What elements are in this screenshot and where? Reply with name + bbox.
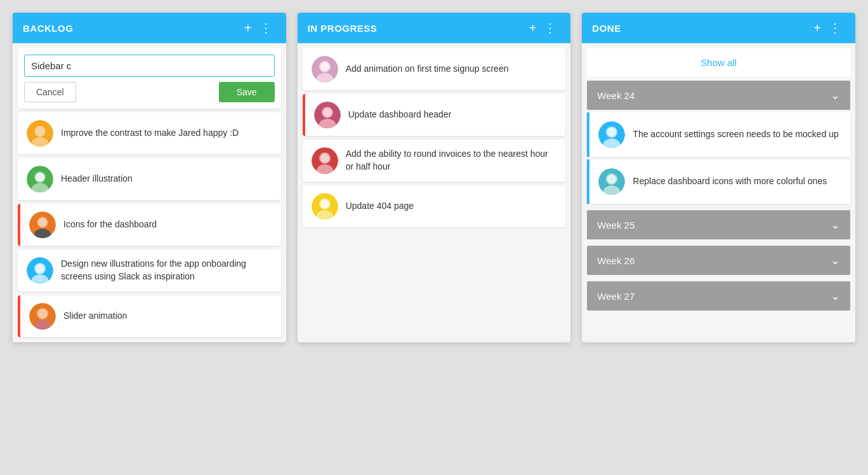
done-menu-button[interactable]: ⋮ [825, 20, 845, 36]
inprogress-add-button[interactable]: + [525, 20, 541, 36]
avatar [598, 168, 625, 195]
inprogress-column: IN PROGRESS + ⋮ Add animation on first t… [298, 13, 571, 342]
week-26-section: Week 26 ⌄ [587, 246, 850, 275]
done-title: DONE [592, 23, 810, 34]
card-text: Improve the contrast to make Jared happy… [61, 127, 239, 140]
backlog-card-2[interactable]: Header illustration [18, 158, 281, 200]
avatar [29, 211, 56, 238]
card-text: Icons for the dashboard [63, 218, 157, 231]
inprogress-card-3[interactable]: Add the ability to round invoices to the… [303, 140, 566, 182]
card-text: Design new illustrations for the app onb… [61, 258, 272, 283]
save-button[interactable]: Save [219, 82, 275, 102]
week-26-header[interactable]: Week 26 ⌄ [587, 246, 850, 275]
done-card-2[interactable]: Replace dashboard icons with more colorf… [587, 159, 850, 204]
inprogress-card-4[interactable]: Update 404 page [303, 185, 566, 227]
svg-point-43 [607, 175, 616, 184]
backlog-card-1[interactable]: Improve the contrast to make Jared happy… [18, 112, 281, 154]
avatar [29, 303, 56, 330]
done-header: DONE + ⋮ [582, 13, 855, 43]
backlog-card-4[interactable]: Design new illustrations for the app onb… [18, 250, 281, 291]
backlog-header: BACKLOG + ⋮ [13, 13, 286, 43]
avatar [27, 257, 53, 284]
card-text: Update dashboard header [348, 109, 452, 121]
svg-point-39 [607, 128, 616, 137]
backlog-title: BACKLOG [23, 23, 240, 34]
backlog-body: Cancel Save Improve the contrast to make… [13, 43, 286, 342]
new-card-input[interactable] [24, 55, 275, 77]
cancel-button[interactable]: Cancel [24, 82, 76, 102]
avatar [27, 166, 53, 192]
done-card-1[interactable]: The account settings screen needs to be … [587, 112, 850, 157]
card-text: Update 404 page [346, 200, 414, 213]
kanban-board: BACKLOG + ⋮ Cancel Save [13, 13, 855, 342]
week-25-label: Week 25 [597, 220, 635, 231]
done-add-button[interactable]: + [810, 20, 825, 36]
backlog-menu-button[interactable]: ⋮ [256, 20, 276, 36]
week-27-header[interactable]: Week 27 ⌄ [587, 281, 850, 311]
svg-point-31 [320, 154, 329, 163]
input-actions: Cancel Save [24, 82, 275, 102]
backlog-add-button[interactable]: + [240, 20, 256, 36]
show-all-button[interactable]: Show all [587, 48, 850, 77]
chevron-down-icon: ⌄ [831, 88, 840, 102]
svg-point-35 [320, 199, 329, 208]
avatar [314, 102, 341, 128]
avatar [312, 147, 338, 174]
week-24-section: Week 24 ⌄ The account set [587, 81, 850, 204]
backlog-column: BACKLOG + ⋮ Cancel Save [13, 13, 286, 342]
week-24-label: Week 24 [597, 90, 635, 101]
inprogress-title: IN PROGRESS [308, 23, 525, 34]
card-text: The account settings screen needs to be … [633, 128, 839, 141]
svg-point-3 [36, 127, 44, 136]
svg-point-19 [38, 309, 47, 318]
backlog-card-5[interactable]: Slider animation [18, 295, 281, 337]
done-column: DONE + ⋮ Show all Week 24 ⌄ [582, 13, 855, 342]
inprogress-card-2[interactable]: Update dashboard header [303, 94, 566, 136]
svg-point-11 [38, 218, 47, 227]
svg-point-27 [323, 108, 332, 117]
avatar [598, 121, 625, 148]
week-24-cards: The account settings screen needs to be … [587, 112, 850, 204]
week-25-section: Week 25 ⌄ [587, 210, 850, 239]
avatar [312, 56, 338, 83]
card-text: Add animation on first time signup scree… [346, 63, 509, 76]
chevron-down-icon: ⌄ [831, 289, 840, 303]
svg-point-23 [320, 62, 329, 71]
week-25-header[interactable]: Week 25 ⌄ [587, 210, 850, 239]
svg-point-7 [36, 173, 44, 182]
inprogress-menu-button[interactable]: ⋮ [540, 20, 560, 36]
svg-point-15 [36, 264, 44, 273]
chevron-down-icon: ⌄ [831, 253, 840, 267]
card-text: Replace dashboard icons with more colorf… [633, 175, 827, 188]
inprogress-card-1[interactable]: Add animation on first time signup scree… [303, 48, 566, 90]
inprogress-body: Add animation on first time signup scree… [298, 43, 571, 342]
week-24-header[interactable]: Week 24 ⌄ [587, 81, 850, 110]
card-text: Header illustration [61, 173, 133, 185]
done-body: Show all Week 24 ⌄ [582, 43, 855, 342]
week-27-section: Week 27 ⌄ [587, 281, 850, 311]
inprogress-header: IN PROGRESS + ⋮ [298, 13, 571, 43]
new-card-input-container: Cancel Save [18, 48, 281, 109]
avatar [312, 193, 338, 220]
chevron-down-icon: ⌄ [831, 218, 840, 232]
card-text: Add the ability to round invoices to the… [346, 148, 557, 173]
avatar [27, 120, 53, 147]
week-27-label: Week 27 [597, 291, 635, 302]
week-26-label: Week 26 [597, 255, 635, 266]
backlog-card-3[interactable]: Icons for the dashboard [18, 204, 281, 246]
card-text: Slider animation [63, 310, 127, 323]
